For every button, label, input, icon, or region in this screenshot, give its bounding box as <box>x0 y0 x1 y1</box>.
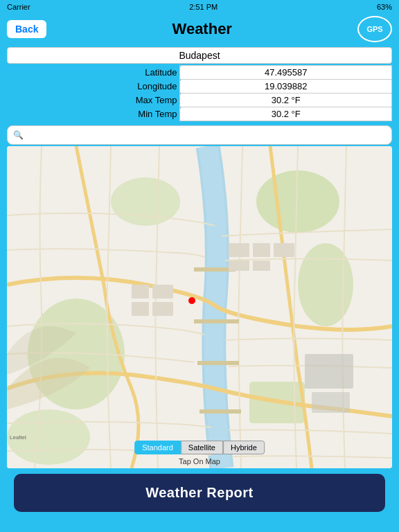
min-temp-value: 30.2 °F <box>180 107 392 121</box>
longitude-label: Longitude <box>7 80 180 94</box>
weather-report-button[interactable]: Weather Report <box>14 474 385 512</box>
search-bar[interactable]: 🔍 <box>7 125 392 145</box>
map-mode-hybride[interactable]: Hybride <box>223 441 265 454</box>
map-mode-controls: Standard Satellite Hybride <box>134 441 265 454</box>
map-mode-satellite[interactable]: Satellite <box>181 441 223 454</box>
svg-rect-20 <box>305 354 353 389</box>
carrier-label: Carrier <box>7 3 30 11</box>
svg-rect-14 <box>229 260 249 271</box>
map-attribution: Leaflet <box>10 434 26 441</box>
svg-point-2 <box>298 243 353 326</box>
map-pin <box>188 297 195 304</box>
svg-rect-16 <box>132 285 149 299</box>
header: Back Weather GPS <box>0 14 399 44</box>
svg-rect-19 <box>152 302 173 316</box>
longitude-value: 19.039882 <box>180 80 392 94</box>
svg-rect-9 <box>197 361 239 365</box>
gps-button[interactable]: GPS <box>357 16 392 42</box>
min-temp-label: Min Temp <box>7 107 180 121</box>
map-svg <box>7 146 392 468</box>
latitude-value: 47.495587 <box>180 66 392 80</box>
search-icon: 🔍 <box>13 130 24 140</box>
svg-rect-17 <box>152 285 173 299</box>
svg-rect-10 <box>200 409 241 414</box>
map-mode-standard[interactable]: Standard <box>134 441 181 454</box>
svg-rect-8 <box>194 319 239 323</box>
status-bar: Carrier 2:51 PM 63% <box>0 0 399 14</box>
latitude-label: Latitude <box>7 66 180 80</box>
svg-rect-11 <box>229 243 249 257</box>
back-button[interactable]: Back <box>7 20 46 38</box>
max-temp-row: Max Temp 30.2 °F <box>7 94 392 107</box>
svg-rect-12 <box>253 243 270 257</box>
svg-rect-13 <box>274 243 294 257</box>
svg-rect-21 <box>312 392 350 413</box>
search-input[interactable] <box>26 130 386 141</box>
svg-rect-15 <box>253 260 270 271</box>
bottom-bar: Weather Report <box>0 468 399 519</box>
svg-point-1 <box>256 170 339 233</box>
latitude-row: Latitude 47.495587 <box>7 66 392 80</box>
map-tap-hint: Tap On Map <box>179 457 220 466</box>
max-temp-value: 30.2 °F <box>180 94 392 107</box>
page-title: Weather <box>172 20 232 38</box>
battery-label: 63% <box>377 3 392 11</box>
longitude-row: Longitude 19.039882 <box>7 80 392 94</box>
time-label: 2:51 PM <box>189 3 218 11</box>
min-temp-row: Min Temp 30.2 °F <box>7 107 392 121</box>
weather-info-table: Latitude 47.495587 Longitude 19.039882 M… <box>7 65 392 121</box>
max-temp-label: Max Temp <box>7 94 180 107</box>
info-panel: Budapest Latitude 47.495587 Longitude 19… <box>0 44 399 125</box>
map-container[interactable]: Leaflet Standard Satellite Hybride Tap O… <box>7 146 392 468</box>
svg-rect-18 <box>132 302 149 316</box>
city-name: Budapest <box>7 47 392 64</box>
